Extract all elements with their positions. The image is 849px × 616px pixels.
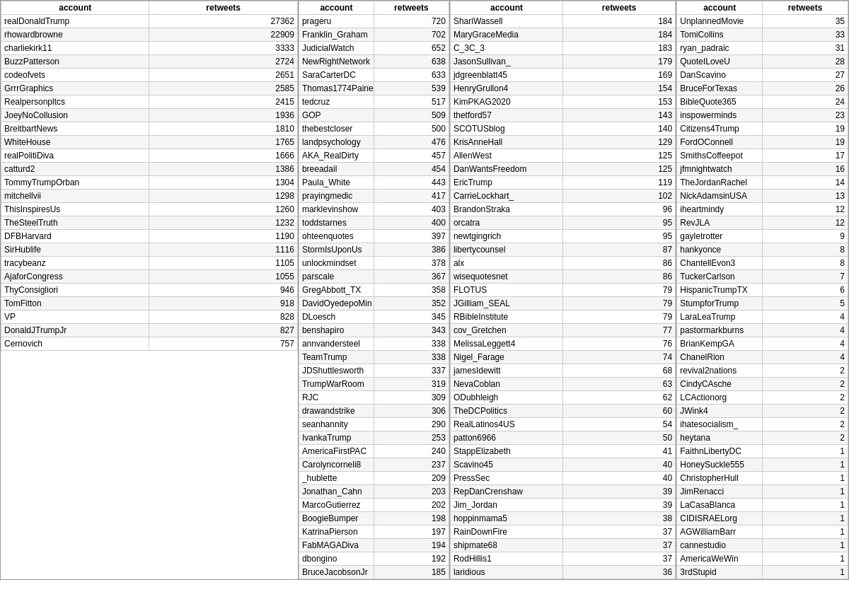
table-row: JWink42 — [677, 405, 848, 418]
table-row: ChantellEvon38 — [677, 257, 848, 270]
account-cell: SirHublife — [1, 243, 149, 257]
retweets-cell: 309 — [374, 391, 449, 405]
account-cell: jdgreenblatt45 — [450, 69, 562, 82]
retweets-cell: 828 — [149, 310, 297, 324]
account-cell: AGWilliamBarr — [677, 525, 763, 539]
table-row: FLOTUS79 — [450, 284, 675, 297]
table-row: prageru720 — [299, 15, 449, 28]
retweets-cell: 1 — [763, 499, 848, 512]
account-cell: StumpforTrump — [677, 297, 763, 310]
table-row: codeofvets2651 — [1, 69, 298, 82]
col2-header-retweets: retweets — [374, 1, 449, 15]
account-cell: dbongino — [299, 552, 374, 566]
table-row: TuckerCarlson7 — [677, 270, 848, 284]
table-row: patton696650 — [450, 431, 675, 445]
table-row: HispanicTrumpTX6 — [677, 284, 848, 297]
account-cell: realPolitiDiva — [1, 149, 149, 163]
retweets-cell: 35 — [763, 15, 848, 28]
account-cell: BruceJacobsonJr — [299, 566, 374, 579]
account-cell: hankyonce — [677, 243, 763, 257]
table-row: AmericaFirstPAC240 — [299, 445, 449, 458]
retweets-cell: 39 — [563, 485, 676, 499]
retweets-cell: 240 — [374, 445, 449, 458]
retweets-cell: 386 — [374, 243, 449, 257]
account-cell: DLoesch — [299, 310, 374, 324]
account-cell: heytana — [677, 431, 763, 445]
retweets-cell: 87 — [563, 243, 676, 257]
account-cell: AKA_RealDirty — [299, 149, 374, 163]
table-row: HoneySuckle5551 — [677, 458, 848, 472]
table-row: MarcoGutierrez202 — [299, 499, 449, 512]
table-row: iheartmindy12 — [677, 203, 848, 216]
retweets-cell: 1 — [763, 485, 848, 499]
table-row: WhiteHouse1765 — [1, 136, 298, 149]
retweets-cell: 702 — [374, 28, 449, 42]
retweets-cell: 1055 — [149, 270, 297, 284]
retweets-cell: 184 — [563, 15, 676, 28]
account-cell: Jonathan_Cahn — [299, 485, 374, 499]
retweets-cell: 16 — [763, 163, 848, 176]
account-cell: BuzzPatterson — [1, 55, 149, 69]
table-row: KimPKAG2020153 — [450, 95, 675, 109]
table-row: PressSec40 — [450, 472, 675, 485]
retweets-cell: 179 — [563, 55, 676, 69]
account-cell: Carolyncorneli8 — [299, 458, 374, 472]
retweets-cell: 202 — [374, 499, 449, 512]
table-col4: account retweets UnplannedMovie35TomiCol… — [676, 1, 848, 579]
account-cell: BrianKempGA — [677, 337, 763, 351]
account-cell: Scavino45 — [450, 458, 562, 472]
retweets-cell: 509 — [374, 109, 449, 122]
table-row: NewRightNetwork638 — [299, 55, 449, 69]
retweets-cell: 1386 — [149, 163, 297, 176]
account-cell: jfmnightwatch — [677, 163, 763, 176]
main-layout: account retweets realDonaldTrump27362rho… — [0, 0, 849, 580]
retweets-cell: 37 — [563, 539, 676, 552]
account-cell: LaCasaBlanca — [677, 499, 763, 512]
account-cell: libertycounsel — [450, 243, 562, 257]
table-row: MelissaLeggett476 — [450, 337, 675, 351]
table-row: JGilliam_SEAL79 — [450, 297, 675, 310]
table-row: StumpforTrump5 — [677, 297, 848, 310]
retweets-cell: 2 — [763, 391, 848, 405]
col4-header-account: account — [677, 1, 763, 15]
retweets-cell: 153 — [563, 95, 676, 109]
table-row: StormIsUponUs386 — [299, 243, 449, 257]
retweets-cell: 143 — [563, 109, 676, 122]
retweets-cell: 31 — [763, 42, 848, 55]
col3-header-retweets: retweets — [563, 1, 676, 15]
account-cell: HenryGrullon4 — [450, 82, 562, 95]
retweets-cell: 76 — [563, 337, 676, 351]
retweets-cell: 2 — [763, 364, 848, 378]
col1-header-account: account — [1, 1, 149, 15]
table-row: TheSteelTruth1232 — [1, 216, 298, 230]
col2-header-account: account — [299, 1, 374, 15]
table-row: BrianKempGA4 — [677, 337, 848, 351]
table-row: LaCasaBlanca1 — [677, 499, 848, 512]
retweets-cell: 1298 — [149, 190, 297, 203]
retweets-cell: 40 — [563, 472, 676, 485]
account-cell: iheartmindy — [677, 203, 763, 216]
account-cell: prageru — [299, 15, 374, 28]
account-cell: BibleQuote365 — [677, 95, 763, 109]
account-cell: RodHillis1 — [450, 552, 562, 566]
table-row: TomFitton918 — [1, 297, 298, 310]
table-row: DLoesch345 — [299, 310, 449, 324]
table-row: laridious36 — [450, 566, 675, 579]
account-cell: KrisAnneHall — [450, 136, 562, 149]
account-cell: laridious — [450, 566, 562, 579]
account-cell: jamesIdewitt — [450, 364, 562, 378]
account-cell: toddstarnes — [299, 216, 374, 230]
account-cell: FabMAGADiva — [299, 539, 374, 552]
account-cell: orcatra — [450, 216, 562, 230]
account-cell: NickAdamsinUSA — [677, 190, 763, 203]
table-row: thetford57143 — [450, 109, 675, 122]
table-row: hankyonce8 — [677, 243, 848, 257]
table-row: TomiCollins33 — [677, 28, 848, 42]
account-cell: Citizens4Trump — [677, 122, 763, 136]
account-cell: RBibleInstitute — [450, 310, 562, 324]
table-row: Nigel_Farage74 — [450, 351, 675, 364]
retweets-cell: 54 — [563, 418, 676, 431]
account-cell: cannestudio — [677, 539, 763, 552]
retweets-cell: 397 — [374, 230, 449, 243]
retweets-cell: 77 — [563, 324, 676, 337]
